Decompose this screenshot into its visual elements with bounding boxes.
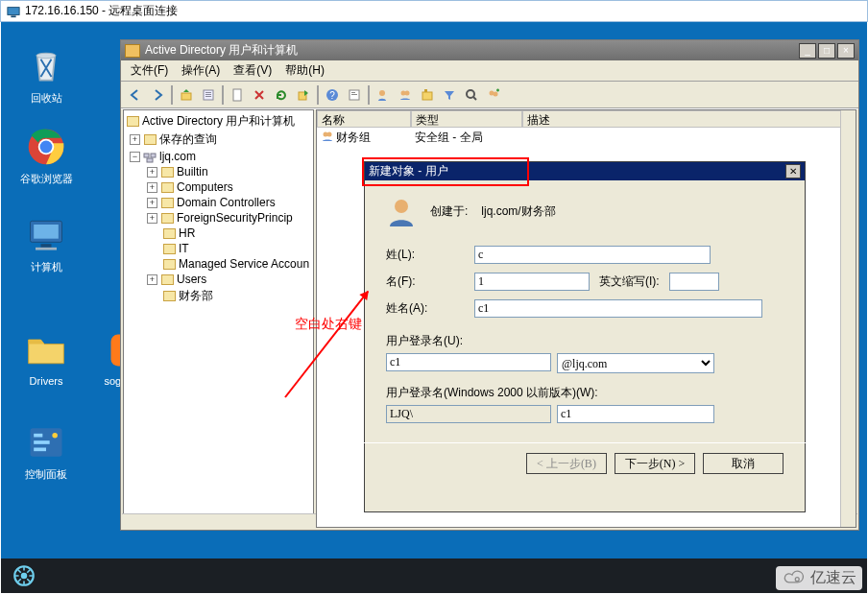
remote-desktop: 回收站 谷歌浏览器 计算机 Drivers S sogou_… <box>1 22 867 593</box>
user-head-icon <box>386 196 417 226</box>
logon-input[interactable] <box>386 353 551 371</box>
tree-hr[interactable]: HR <box>179 226 195 240</box>
aduc-root-icon <box>126 115 139 128</box>
aduc-titlebar[interactable]: Active Directory 用户和计算机 _ □ × <box>121 40 858 60</box>
expander-icon[interactable]: + <box>147 274 157 285</box>
up-button[interactable] <box>176 84 197 106</box>
col-name[interactable]: 名称 <box>317 110 411 128</box>
svg-rect-14 <box>34 440 49 444</box>
tree-users[interactable]: Users <box>177 273 206 286</box>
search-button[interactable] <box>461 84 482 106</box>
find-button[interactable] <box>344 84 365 106</box>
properties-button[interactable] <box>198 84 219 106</box>
svg-point-43 <box>327 132 332 137</box>
svg-rect-24 <box>233 89 241 101</box>
tree-builtin[interactable]: Builtin <box>177 165 208 178</box>
close-button[interactable]: × <box>837 43 855 59</box>
delete-button[interactable] <box>249 84 270 106</box>
menu-file[interactable]: 文件(F) <box>125 60 174 81</box>
next-button[interactable]: 下一步(N) > <box>615 453 695 474</box>
dialog-close-button[interactable]: ✕ <box>785 164 801 178</box>
refresh-button[interactable] <box>271 84 292 106</box>
created-in-value: ljq.com/财务部 <box>481 203 555 220</box>
back-button: < 上一步(B) <box>526 453 607 474</box>
cancel-button[interactable]: 取消 <box>703 453 784 474</box>
expander-icon[interactable]: − <box>130 152 140 162</box>
svg-point-36 <box>467 90 474 98</box>
dialog-separator <box>344 442 826 443</box>
start-button[interactable] <box>5 561 43 590</box>
tree-domain[interactable]: ljq.com <box>159 150 196 163</box>
svg-rect-19 <box>181 93 191 100</box>
filter-button[interactable] <box>439 84 460 106</box>
aduc-title-text: Active Directory 用户和计算机 <box>145 42 298 59</box>
new-user-button[interactable] <box>373 84 394 106</box>
folder-icon <box>25 329 67 371</box>
new-ou-button[interactable] <box>417 84 438 106</box>
tree-fsp[interactable]: ForeignSecurityPrincip <box>177 211 293 225</box>
desktop-icon-computer[interactable]: 计算机 <box>12 214 80 274</box>
expander-icon[interactable]: + <box>147 182 157 193</box>
samaccountname-input[interactable] <box>557 405 714 423</box>
svg-rect-41 <box>147 158 153 162</box>
fullname-input[interactable] <box>474 299 762 318</box>
upn-suffix-select[interactable]: @ljq.com <box>557 353 714 373</box>
tree-hscrollbar[interactable] <box>123 513 314 528</box>
list-item[interactable]: 财务组 安全组 - 全局 <box>317 128 856 148</box>
svg-point-31 <box>379 90 385 96</box>
label-givenname: 名(F): <box>386 273 474 290</box>
watermark-text: 亿速云 <box>810 568 856 588</box>
tree-msa[interactable]: Managed Service Accoun <box>179 257 309 271</box>
svg-point-18 <box>21 573 28 580</box>
expander-icon[interactable]: + <box>130 134 140 145</box>
nav-back-button[interactable] <box>125 84 146 106</box>
svg-point-45 <box>795 577 799 581</box>
help-button[interactable]: ? <box>322 84 343 106</box>
export-button[interactable] <box>293 84 314 106</box>
cell-name: 财务组 <box>336 130 415 146</box>
svg-text:?: ? <box>329 90 335 101</box>
expander-icon[interactable]: + <box>147 213 157 224</box>
new-user-dialog: 新建对象 - 用户 ✕ 创建于: ljq.com/财务部 姓(L): 名(F): <box>364 161 806 512</box>
new-group-button[interactable] <box>395 84 416 106</box>
chrome-icon <box>25 126 67 168</box>
watermark: 亿速云 <box>776 566 862 590</box>
svg-rect-22 <box>205 94 211 95</box>
tree-computers[interactable]: Computers <box>177 180 233 194</box>
list-vscrollbar[interactable] <box>840 110 856 527</box>
label-logon: 用户登录名(U): <box>386 333 784 349</box>
add-to-group-button[interactable] <box>483 84 504 106</box>
desktop-icon-label: Drivers <box>12 375 80 387</box>
col-type[interactable]: 类型 <box>411 110 522 128</box>
annotation-text: 空白处右键 <box>295 316 362 333</box>
tree-finance[interactable]: 财务部 <box>179 288 213 304</box>
expander-icon[interactable]: + <box>147 167 157 178</box>
expander-icon[interactable]: + <box>147 198 157 208</box>
tree-it[interactable]: IT <box>179 242 189 255</box>
initials-input[interactable] <box>669 273 719 291</box>
cut-icon[interactable] <box>227 84 248 106</box>
givenname-input[interactable] <box>474 273 590 291</box>
svg-rect-30 <box>351 94 357 95</box>
label-logon-pre2000: 用户登录名(Windows 2000 以前版本)(W): <box>386 385 784 401</box>
rdc-icon <box>7 5 20 18</box>
desktop-icon-chrome[interactable]: 谷歌浏览器 <box>12 126 80 186</box>
menu-view[interactable]: 查看(V) <box>228 60 277 81</box>
netbios-domain-input <box>386 405 551 423</box>
menu-action[interactable]: 操作(A) <box>176 60 226 81</box>
maximize-button[interactable]: □ <box>818 43 835 59</box>
desktop-icon-control-panel[interactable]: 控制面板 <box>12 421 80 482</box>
tree-root[interactable]: Active Directory 用户和计算机 <box>142 113 295 130</box>
col-desc[interactable]: 描述 <box>522 110 856 128</box>
tree-domain-controllers[interactable]: Domain Controllers <box>177 196 276 209</box>
desktop-icon-label: 谷歌浏览器 <box>12 172 80 186</box>
menu-help[interactable]: 帮助(H) <box>279 60 330 81</box>
svg-rect-13 <box>34 434 42 438</box>
surname-input[interactable] <box>474 246 711 264</box>
minimize-button[interactable]: _ <box>799 43 816 59</box>
desktop-icon-drivers[interactable]: Drivers <box>12 329 80 387</box>
nav-forward-button[interactable] <box>147 84 168 106</box>
tree-pane[interactable]: Active Directory 用户和计算机 +保存的查询 −ljq.com … <box>123 109 314 528</box>
tree-saved-queries[interactable]: 保存的查询 <box>159 131 217 148</box>
desktop-icon-recycle-bin[interactable]: 回收站 <box>12 45 80 106</box>
